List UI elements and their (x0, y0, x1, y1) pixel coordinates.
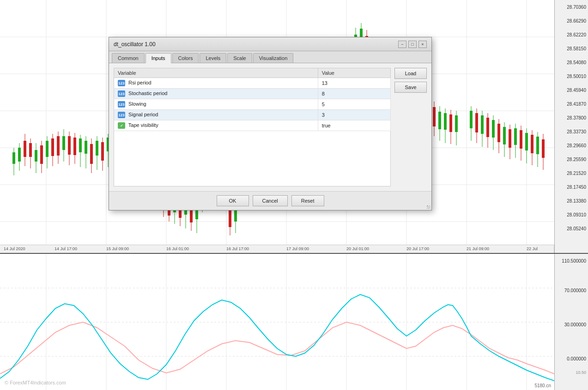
column-variable: Variable (114, 68, 318, 78)
date-label-4: 16 Jul 01:00 (166, 246, 189, 251)
svg-rect-43 (85, 141, 87, 154)
price-label: 28.09310 (567, 212, 586, 217)
table-row[interactable]: 123 Stochastic period 8 (114, 89, 391, 99)
row-value: true (318, 120, 390, 131)
date-label-6: 17 Jul 09:00 (286, 246, 309, 251)
numeric-icon: 123 (118, 112, 125, 118)
osc-bottom-label: 10.50 (576, 370, 586, 375)
svg-rect-121 (433, 107, 436, 126)
svg-rect-147 (514, 128, 517, 145)
svg-rect-133 (475, 113, 478, 132)
svg-rect-131 (470, 111, 473, 128)
price-label: 28.70360 (567, 5, 586, 10)
save-button[interactable]: Save (394, 82, 427, 93)
tab-colors[interactable]: Colors (172, 53, 199, 63)
price-label: 28.37800 (567, 115, 586, 120)
bottom-brand: 5180.cn (534, 383, 551, 388)
svg-rect-153 (531, 135, 533, 153)
svg-rect-17 (12, 152, 15, 164)
date-label-8: 20 Jul 17:00 (406, 246, 429, 251)
row-value: 3 (318, 110, 390, 120)
ok-button[interactable]: OK (217, 195, 249, 206)
svg-rect-29 (46, 141, 48, 157)
svg-rect-155 (536, 137, 539, 154)
watermark: © ForexMT4Indicators.com (5, 380, 66, 385)
svg-rect-145 (509, 129, 511, 148)
dialog-content: Variable Value 123 Rsi period 13 (109, 63, 431, 191)
load-button[interactable]: Load (394, 68, 427, 79)
price-label: 28.17450 (567, 185, 586, 190)
numeric-icon: 123 (118, 90, 125, 97)
svg-rect-35 (62, 136, 65, 150)
cancel-button[interactable]: Cancel (253, 195, 288, 206)
svg-rect-49 (101, 142, 104, 161)
row-variable: ✓ Tape visibility (114, 120, 318, 131)
svg-rect-141 (497, 124, 500, 142)
price-label: 28.21520 (567, 171, 586, 176)
svg-rect-139 (492, 120, 495, 138)
price-label: 28.13380 (567, 198, 586, 204)
table-row[interactable]: 123 Rsi period 13 (114, 78, 391, 89)
numeric-icon: 123 (118, 80, 125, 86)
osc-price-label: 110.500000 (562, 258, 586, 264)
price-label: 28.50010 (567, 74, 586, 79)
date-label-9: 21 Jul 09:00 (467, 246, 489, 251)
oscillator-price-axis: 110.500000 70.000000 30.000000 0.000000 … (554, 254, 588, 390)
price-label: 28.58150 (567, 46, 586, 51)
row-variable: 123 Stochastic period (114, 89, 318, 99)
reset-button[interactable]: Reset (291, 195, 324, 206)
tab-common[interactable]: Common (112, 53, 145, 63)
inputs-table: Variable Value 123 Rsi period 13 (114, 68, 391, 186)
svg-rect-19 (18, 148, 21, 162)
resize-handle[interactable] (426, 204, 431, 210)
date-label-5: 16 Jul 17:00 (226, 246, 249, 251)
svg-rect-21 (24, 141, 26, 157)
svg-rect-157 (542, 139, 545, 158)
price-label: 28.66290 (567, 18, 586, 24)
date-label-1: 14 Jul 2020 (4, 246, 25, 251)
dialog-footer: OK Cancel Reset (109, 191, 431, 210)
osc-price-label: 0.000000 (567, 356, 586, 361)
svg-rect-27 (40, 145, 43, 164)
date-label-7: 20 Jul 01:00 (346, 246, 369, 251)
svg-rect-33 (57, 136, 60, 156)
tab-inputs[interactable]: Inputs (145, 53, 171, 63)
svg-rect-143 (503, 127, 506, 144)
date-label-3: 15 Jul 09:00 (106, 246, 129, 251)
svg-rect-127 (449, 114, 452, 132)
table-row[interactable]: 123 Slowing 5 (114, 99, 391, 110)
svg-rect-137 (486, 118, 489, 137)
date-label-10: 22 Jul (527, 246, 538, 251)
side-buttons: Load Save (394, 68, 427, 186)
price-label: 28.45940 (567, 88, 586, 93)
titlebar-buttons: − □ × (398, 41, 427, 48)
row-value: 5 (318, 99, 390, 110)
tab-visualization[interactable]: Visualization (253, 53, 294, 63)
row-value: 13 (318, 78, 390, 89)
svg-rect-41 (79, 138, 82, 152)
table-row[interactable]: ✓ Tape visibility true (114, 120, 391, 131)
svg-rect-23 (29, 143, 32, 157)
table-row-empty (114, 131, 391, 145)
osc-price-label: 30.000000 (564, 322, 586, 327)
close-button[interactable]: × (418, 41, 427, 48)
svg-rect-37 (68, 136, 71, 155)
svg-rect-25 (35, 150, 37, 162)
svg-rect-31 (51, 138, 54, 156)
minimize-button[interactable]: − (398, 41, 406, 48)
oscillator-panel: dt_oscillator 28.118307 20.448775 28.118… (0, 253, 588, 390)
maximize-button[interactable]: □ (408, 41, 417, 48)
price-label: 28.62220 (567, 32, 586, 37)
table-row[interactable]: 123 Signal period 3 (114, 110, 391, 120)
row-value: 8 (318, 89, 390, 99)
row-variable: 123 Rsi period (114, 78, 318, 89)
tabs-container: Common Inputs Colors Levels Scale Visual… (109, 51, 431, 63)
svg-rect-45 (90, 144, 93, 164)
oscillator-chart (0, 254, 554, 390)
inputs-table-container: Variable Value 123 Rsi period 13 (114, 68, 391, 186)
dialog-titlebar: dt_oscillator 1.00 − □ × (109, 37, 431, 51)
table-row-empty (114, 173, 391, 186)
tab-levels[interactable]: Levels (200, 53, 226, 63)
tab-scale[interactable]: Scale (227, 53, 252, 63)
svg-rect-47 (96, 141, 98, 156)
